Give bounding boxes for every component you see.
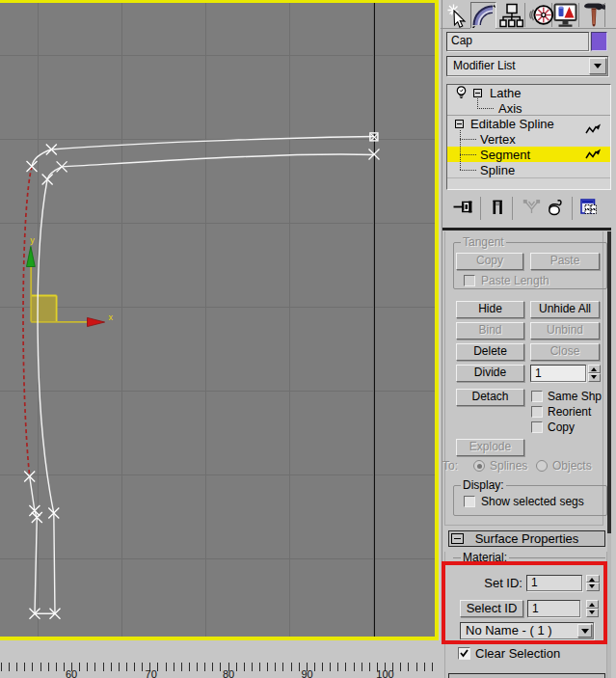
svg-text:x: x — [109, 312, 114, 322]
svg-text:y: y — [30, 235, 35, 245]
